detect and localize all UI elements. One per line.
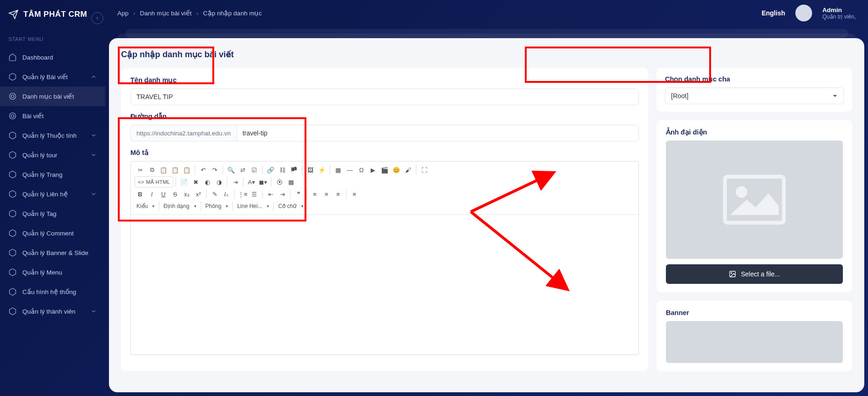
parent-select[interactable]: [Root] <box>665 87 844 104</box>
nav-quan-ly-banner[interactable]: Quản lý Banner & Slide <box>0 243 105 262</box>
template-icon[interactable]: 📄 <box>178 176 190 188</box>
cube-icon <box>8 248 17 257</box>
record-icon[interactable]: ⦿ <box>274 176 285 188</box>
path-label: Đường dẫn <box>130 113 639 120</box>
anchor-icon[interactable]: 🏴 <box>288 164 299 175</box>
italic-icon[interactable]: I <box>146 188 157 200</box>
user-role: Quản trị viên, <box>822 13 856 20</box>
nav-quan-ly-tag[interactable]: Quản lý Tag <box>0 204 105 223</box>
avatar[interactable] <box>795 5 812 21</box>
superscript-icon[interactable]: x² <box>193 188 204 200</box>
textcolor-icon[interactable]: A▾ <box>246 176 257 188</box>
cube-icon <box>8 190 17 198</box>
outdent-icon[interactable]: ⇤ <box>265 188 276 200</box>
nav-quan-ly-comment[interactable]: Quản lý Comment <box>0 223 105 243</box>
copy-icon[interactable]: ⧉ <box>146 164 157 175</box>
subscript-icon[interactable]: x₂ <box>181 188 192 200</box>
main: App › Danh mục bài viết › Cập nhập danh … <box>105 0 868 396</box>
specialchar-icon[interactable]: Ω <box>356 164 367 175</box>
style1-icon[interactable]: ◐ <box>202 176 213 188</box>
cube-icon <box>8 73 17 81</box>
numberedlist-icon[interactable]: ⋮≡ <box>237 188 248 200</box>
table-icon[interactable]: ▦ <box>332 164 344 175</box>
crumb-lv1[interactable]: Danh mục bài viết <box>140 9 192 17</box>
rich-editor: ✂ ⧉ 📋 📋 📋 ↶ ↷ <box>130 161 639 355</box>
paste-icon[interactable]: 📋 <box>158 164 169 175</box>
replace-icon[interactable]: ⇄ <box>237 164 248 175</box>
sidebar-collapse-button[interactable] <box>91 12 103 24</box>
style-select[interactable]: Kiểu <box>135 201 156 212</box>
alignright-icon[interactable]: ≡ <box>332 188 344 200</box>
nav-bai-viet[interactable]: Bài viết <box>0 106 105 126</box>
nav-quan-ly-trang[interactable]: Quản lý Trang <box>0 165 105 184</box>
selectall-icon[interactable]: ☑ <box>249 164 260 175</box>
strike-icon[interactable]: S <box>170 188 181 200</box>
find-icon[interactable]: 🔍 <box>225 164 237 175</box>
nav-quan-ly-bai-viet[interactable]: Quản lý Bài viết <box>0 67 105 87</box>
name-input[interactable] <box>130 88 639 105</box>
avatar-placeholder <box>666 141 843 259</box>
nav-dashboard[interactable]: Dashboard <box>0 47 105 67</box>
path-input[interactable] <box>237 125 639 141</box>
link-icon[interactable]: 🔗 <box>265 164 276 175</box>
smiley-icon[interactable]: 😊 <box>391 164 402 175</box>
unlink-icon[interactable]: ⛓ <box>277 164 288 175</box>
nav-quan-ly-thanh-vien[interactable]: Quản lý thành viên <box>0 302 105 321</box>
select-file-button[interactable]: Select a file... <box>666 264 843 284</box>
qr-icon[interactable]: ▩ <box>285 176 297 188</box>
quote-icon[interactable]: ❞ <box>293 188 304 200</box>
bgcolor                    -icon[interactable]: ◼▾ <box>258 176 269 188</box>
nav-quan-ly-menu[interactable]: Quản lý Menu <box>0 262 105 282</box>
maximize-icon[interactable]: ⛶ <box>419 164 430 175</box>
nav-danh-muc-bai-viet[interactable]: Danh mục bài viết <box>0 87 105 106</box>
cut-icon[interactable]: ✂ <box>135 164 146 175</box>
editor-body[interactable] <box>131 215 638 355</box>
indent-icon[interactable]: ⇥ <box>230 176 241 188</box>
media-icon[interactable]: 🎬 <box>379 164 390 175</box>
cube-icon <box>8 151 17 159</box>
youtube-icon[interactable]: ▶ <box>367 164 379 175</box>
cube-icon <box>8 209 17 218</box>
nav-quan-ly-thuoc-tinh[interactable]: Quản lý Thuộc tính <box>0 126 105 145</box>
content-card: Cập nhập danh mục bài viết Tên danh mục … <box>109 38 864 392</box>
clear-icon[interactable]: ✖ <box>190 176 201 188</box>
paste-text-icon[interactable]: 📋 <box>170 164 181 175</box>
hr-icon[interactable]: — <box>344 164 355 175</box>
image-icon[interactable]: 🖼 <box>305 164 316 175</box>
brand-text: TÂM PHÁT CRM <box>23 10 87 19</box>
nav-quan-ly-tour[interactable]: Quản lý tour <box>0 145 105 165</box>
crumb-app[interactable]: App <box>117 10 129 17</box>
font-select[interactable]: Phông <box>203 201 231 212</box>
nav-cau-hinh[interactable]: Cấu hình hệ thống <box>0 282 105 302</box>
chevron-down-icon <box>90 152 97 158</box>
undo-icon[interactable]: ↶ <box>197 164 209 175</box>
cube-icon <box>8 268 17 276</box>
format-select[interactable]: Định dạng <box>162 201 198 212</box>
bold-icon[interactable]: B <box>135 188 146 200</box>
size-select[interactable]: Cỡ chữ <box>276 201 305 212</box>
redo-icon[interactable]: ↷ <box>209 164 220 175</box>
flash-icon[interactable]: ⚡ <box>316 164 327 175</box>
svg-point-7 <box>731 273 732 274</box>
parent-label: Chọn danh mục cha <box>665 75 844 83</box>
underline-icon[interactable]: U <box>158 188 169 200</box>
formatting-icon[interactable]: Iₓ <box>221 188 232 200</box>
aligncenter-icon[interactable]: ≡ <box>321 188 332 200</box>
svg-rect-4 <box>725 177 784 223</box>
language-toggle[interactable]: English <box>761 9 785 17</box>
bulletlist-icon[interactable]: ☰ <box>249 188 260 200</box>
source-button[interactable]: <> MÃ HTML <box>135 176 173 188</box>
indent2-icon[interactable]: ⇥ <box>277 188 288 200</box>
avatar-panel: Ảnh đại diện Select a file... <box>657 120 852 292</box>
justify-icon[interactable]: ≡ <box>349 188 360 200</box>
nav-quan-ly-lien-he[interactable]: Quản lý Liên hệ <box>0 184 105 204</box>
brush-icon[interactable]: 🖌 <box>402 164 414 175</box>
chevron-down-icon <box>90 132 97 139</box>
chevron-up-icon <box>90 74 97 80</box>
lineheight-select[interactable]: Line Hei... <box>235 201 271 212</box>
paste-word-icon[interactable]: 📋 <box>181 164 192 175</box>
user-info: Admin Quản trị viên, <box>822 7 856 20</box>
alignleft-icon[interactable]: ≡ <box>309 188 320 200</box>
style2-icon[interactable]: ◑ <box>213 176 224 188</box>
removeformat-icon[interactable]: ✎ <box>209 188 220 200</box>
